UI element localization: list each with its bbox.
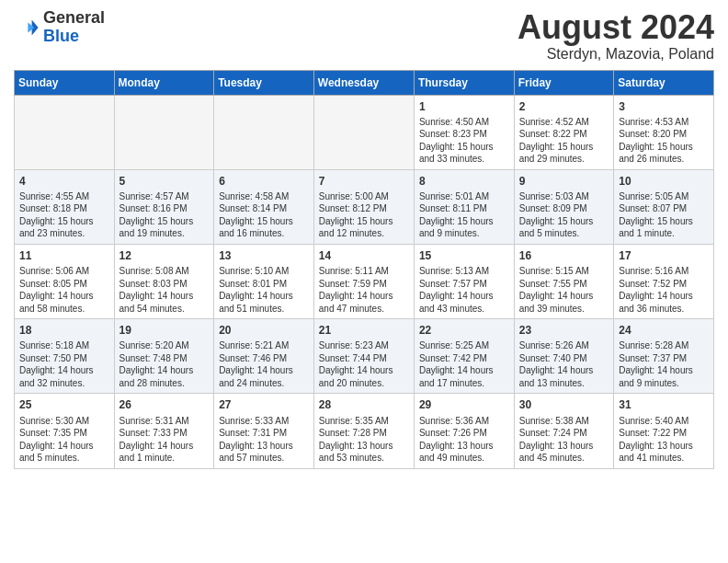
day-info: Sunrise: 5:31 AM Sunset: 7:33 PM Dayligh… [119, 415, 210, 465]
logo-text: General Blue [43, 9, 105, 46]
day-number: 5 [119, 174, 210, 189]
calendar-cell: 28Sunrise: 5:35 AM Sunset: 7:28 PM Dayli… [313, 394, 414, 468]
calendar-table: SundayMondayTuesdayWednesdayThursdayFrid… [14, 70, 714, 469]
day-number: 23 [519, 323, 609, 338]
day-info: Sunrise: 5:16 AM Sunset: 7:52 PM Dayligh… [619, 265, 709, 315]
logo-blue: Blue [43, 27, 79, 45]
day-number: 24 [619, 323, 709, 338]
day-number: 20 [219, 323, 309, 338]
calendar-cell: 5Sunrise: 4:57 AM Sunset: 8:16 PM Daylig… [114, 169, 214, 244]
calendar-cell: 26Sunrise: 5:31 AM Sunset: 7:33 PM Dayli… [114, 394, 214, 468]
day-info: Sunrise: 5:00 AM Sunset: 8:12 PM Dayligh… [319, 190, 409, 240]
day-info: Sunrise: 5:18 AM Sunset: 7:50 PM Dayligh… [19, 339, 109, 389]
day-number: 7 [319, 174, 409, 189]
day-info: Sunrise: 4:55 AM Sunset: 8:18 PM Dayligh… [19, 190, 109, 240]
calendar-cell: 22Sunrise: 5:25 AM Sunset: 7:42 PM Dayli… [414, 319, 514, 394]
day-info: Sunrise: 5:11 AM Sunset: 7:59 PM Dayligh… [319, 265, 409, 315]
calendar-cell: 1Sunrise: 4:50 AM Sunset: 8:23 PM Daylig… [414, 95, 514, 169]
calendar-cell: 14Sunrise: 5:11 AM Sunset: 7:59 PM Dayli… [313, 244, 414, 318]
calendar-cell: 3Sunrise: 4:53 AM Sunset: 8:20 PM Daylig… [614, 95, 714, 169]
day-number: 16 [519, 248, 609, 263]
weekday-header-thursday: Thursday [414, 70, 514, 95]
day-info: Sunrise: 5:25 AM Sunset: 7:42 PM Dayligh… [419, 339, 509, 389]
day-info: Sunrise: 5:33 AM Sunset: 7:31 PM Dayligh… [219, 415, 309, 465]
day-info: Sunrise: 5:01 AM Sunset: 8:11 PM Dayligh… [419, 190, 509, 240]
day-info: Sunrise: 5:23 AM Sunset: 7:44 PM Dayligh… [319, 339, 409, 389]
week-row-1: 1Sunrise: 4:50 AM Sunset: 8:23 PM Daylig… [15, 95, 714, 169]
calendar-cell: 8Sunrise: 5:01 AM Sunset: 8:11 PM Daylig… [414, 169, 514, 244]
location: Sterdyn, Mazovia, Poland [518, 46, 714, 63]
calendar-cell: 17Sunrise: 5:16 AM Sunset: 7:52 PM Dayli… [614, 244, 714, 318]
day-number: 9 [519, 174, 609, 189]
day-number: 10 [619, 174, 709, 189]
day-info: Sunrise: 5:13 AM Sunset: 7:57 PM Dayligh… [419, 265, 509, 315]
month-year: August 2024 [518, 9, 714, 46]
day-number: 28 [319, 397, 409, 412]
calendar-cell [313, 95, 414, 169]
calendar-cell [15, 95, 115, 169]
calendar-cell: 7Sunrise: 5:00 AM Sunset: 8:12 PM Daylig… [313, 169, 414, 244]
calendar-cell: 9Sunrise: 5:03 AM Sunset: 8:09 PM Daylig… [514, 169, 613, 244]
weekday-header-friday: Friday [514, 70, 613, 95]
calendar-cell: 29Sunrise: 5:36 AM Sunset: 7:26 PM Dayli… [414, 394, 514, 468]
logo-general: General [43, 8, 105, 27]
calendar-cell: 16Sunrise: 5:15 AM Sunset: 7:55 PM Dayli… [514, 244, 613, 318]
day-number: 31 [619, 397, 709, 412]
day-number: 15 [419, 248, 509, 263]
calendar-cell: 24Sunrise: 5:28 AM Sunset: 7:37 PM Dayli… [614, 319, 714, 394]
weekday-header-row: SundayMondayTuesdayWednesdayThursdayFrid… [15, 70, 714, 95]
day-info: Sunrise: 5:08 AM Sunset: 8:03 PM Dayligh… [119, 265, 210, 315]
day-info: Sunrise: 5:10 AM Sunset: 8:01 PM Dayligh… [219, 265, 309, 315]
day-number: 27 [219, 397, 309, 412]
week-row-3: 11Sunrise: 5:06 AM Sunset: 8:05 PM Dayli… [15, 244, 714, 318]
calendar-cell: 25Sunrise: 5:30 AM Sunset: 7:35 PM Dayli… [15, 394, 115, 468]
day-info: Sunrise: 5:03 AM Sunset: 8:09 PM Dayligh… [519, 190, 609, 240]
day-info: Sunrise: 5:35 AM Sunset: 7:28 PM Dayligh… [319, 415, 409, 465]
day-number: 13 [219, 248, 309, 263]
calendar-cell: 12Sunrise: 5:08 AM Sunset: 8:03 PM Dayli… [114, 244, 214, 318]
calendar-cell: 11Sunrise: 5:06 AM Sunset: 8:05 PM Dayli… [15, 244, 115, 318]
calendar-cell: 23Sunrise: 5:26 AM Sunset: 7:40 PM Dayli… [514, 319, 613, 394]
day-info: Sunrise: 5:21 AM Sunset: 7:46 PM Dayligh… [219, 339, 309, 389]
day-number: 6 [219, 174, 309, 189]
day-info: Sunrise: 5:28 AM Sunset: 7:37 PM Dayligh… [619, 339, 709, 389]
day-info: Sunrise: 4:52 AM Sunset: 8:22 PM Dayligh… [519, 116, 609, 166]
calendar-cell: 21Sunrise: 5:23 AM Sunset: 7:44 PM Dayli… [313, 319, 414, 394]
calendar-cell: 15Sunrise: 5:13 AM Sunset: 7:57 PM Dayli… [414, 244, 514, 318]
weekday-header-monday: Monday [114, 70, 214, 95]
day-info: Sunrise: 4:50 AM Sunset: 8:23 PM Dayligh… [419, 116, 509, 166]
day-info: Sunrise: 4:57 AM Sunset: 8:16 PM Dayligh… [119, 190, 210, 240]
day-number: 11 [19, 248, 109, 263]
calendar-cell: 10Sunrise: 5:05 AM Sunset: 8:07 PM Dayli… [614, 169, 714, 244]
day-info: Sunrise: 5:38 AM Sunset: 7:24 PM Dayligh… [519, 415, 609, 465]
day-info: Sunrise: 5:05 AM Sunset: 8:07 PM Dayligh… [619, 190, 709, 240]
calendar-cell [114, 95, 214, 169]
day-number: 30 [519, 397, 609, 412]
week-row-5: 25Sunrise: 5:30 AM Sunset: 7:35 PM Dayli… [15, 394, 714, 468]
calendar-cell [214, 95, 314, 169]
weekday-header-saturday: Saturday [614, 70, 714, 95]
day-info: Sunrise: 5:15 AM Sunset: 7:55 PM Dayligh… [519, 265, 609, 315]
weekday-header-tuesday: Tuesday [214, 70, 314, 95]
day-number: 4 [19, 174, 109, 189]
title-block: August 2024 Sterdyn, Mazovia, Poland [518, 9, 714, 63]
day-number: 22 [419, 323, 509, 338]
page-header: General Blue August 2024 Sterdyn, Mazovi… [14, 9, 714, 63]
calendar-cell: 18Sunrise: 5:18 AM Sunset: 7:50 PM Dayli… [15, 319, 115, 394]
weekday-header-sunday: Sunday [15, 70, 115, 95]
week-row-2: 4Sunrise: 4:55 AM Sunset: 8:18 PM Daylig… [15, 169, 714, 244]
day-number: 26 [119, 397, 210, 412]
day-number: 17 [619, 248, 709, 263]
calendar-cell: 20Sunrise: 5:21 AM Sunset: 7:46 PM Dayli… [214, 319, 314, 394]
day-number: 12 [119, 248, 210, 263]
calendar-cell: 27Sunrise: 5:33 AM Sunset: 7:31 PM Dayli… [214, 394, 314, 468]
calendar-cell: 31Sunrise: 5:40 AM Sunset: 7:22 PM Dayli… [614, 394, 714, 468]
day-info: Sunrise: 5:36 AM Sunset: 7:26 PM Dayligh… [419, 415, 509, 465]
day-number: 1 [419, 99, 509, 114]
calendar-cell: 2Sunrise: 4:52 AM Sunset: 8:22 PM Daylig… [514, 95, 613, 169]
day-number: 25 [19, 397, 109, 412]
week-row-4: 18Sunrise: 5:18 AM Sunset: 7:50 PM Dayli… [15, 319, 714, 394]
logo: General Blue [14, 9, 105, 46]
calendar-cell: 6Sunrise: 4:58 AM Sunset: 8:14 PM Daylig… [214, 169, 314, 244]
day-number: 8 [419, 174, 509, 189]
